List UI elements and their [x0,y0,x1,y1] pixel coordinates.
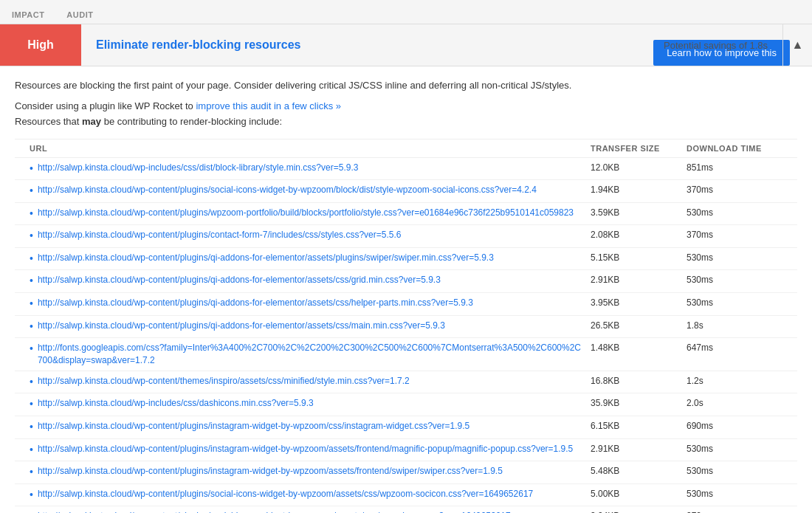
table-row: • http://salwp.kinsta.cloud/wp-content/p… [15,293,797,316]
size-col: 1.94KB [591,184,687,195]
url-col: • http://salwp.kinsta.cloud/wp-content/p… [30,274,591,289]
url-col: • http://salwp.kinsta.cloud/wp-content/p… [30,252,591,266]
table-row: • http://salwp.kinsta.cloud/wp-content/p… [15,203,797,226]
time-col: 1.2s [687,375,797,386]
description-line1: Resources are blocking the first paint o… [15,78,620,93]
url-link[interactable]: http://salwp.kinsta.cloud/wp-content/the… [38,375,410,388]
size-col: 26.5KB [591,320,687,331]
time-col: 2.0s [687,397,797,408]
bullet-icon: • [30,375,33,390]
bullet-icon: • [30,297,33,311]
url-link[interactable]: http://salwp.kinsta.cloud/wp-content/plu… [38,510,511,513]
tab-impact[interactable]: IMPACT [12,6,44,24]
url-link[interactable]: http://salwp.kinsta.cloud/wp-includes/cs… [38,162,359,174]
url-link[interactable]: http://salwp.kinsta.cloud/wp-content/plu… [38,297,473,309]
url-link[interactable]: http://salwp.kinsta.cloud/wp-content/plu… [38,420,469,433]
col-size-header: TRANSFER SIZE [591,144,687,153]
url-col: • http://fonts.googleapis.com/css?family… [30,342,591,367]
url-col: • http://salwp.kinsta.cloud/wp-content/p… [30,297,591,311]
size-col: 35.9KB [591,397,687,408]
table-row: • http://salwp.kinsta.cloud/wp-content/p… [15,225,797,248]
url-link[interactable]: http://salwp.kinsta.cloud/wp-content/plu… [38,252,494,264]
size-col: 12.0KB [591,162,687,173]
time-col: 530ms [687,465,797,476]
time-col: 530ms [687,488,797,499]
size-col: 3.59KB [591,207,687,218]
resources-before: Resources that [15,116,82,127]
table-section: URL TRANSFER SIZE DOWNLOAD TIME • http:/… [15,139,797,514]
content-area: Learn how to improve this Resources are … [0,66,812,513]
size-col: 6.15KB [591,420,687,431]
url-link[interactable]: http://salwp.kinsta.cloud/wp-content/plu… [38,465,503,478]
url-link[interactable]: http://salwp.kinsta.cloud/wp-includes/cs… [38,397,314,410]
header-title: Eliminate render-blocking resources [81,38,649,52]
url-link[interactable]: http://salwp.kinsta.cloud/wp-content/plu… [38,274,441,286]
url-link[interactable]: http://salwp.kinsta.cloud/wp-content/plu… [38,229,402,241]
bullet-icon: • [30,510,33,513]
time-col: 647ms [687,342,797,353]
plugin-prefix: Consider using a plugin like WP Rocket t… [15,100,196,111]
time-col: 530ms [687,297,797,308]
url-col: • http://salwp.kinsta.cloud/wp-content/p… [30,184,591,199]
bullet-icon: • [30,443,33,458]
bullet-icon: • [30,420,33,435]
url-col: • http://salwp.kinsta.cloud/wp-content/p… [30,465,591,480]
bullet-icon: • [30,488,33,503]
size-col: 16.8KB [591,375,687,386]
collapse-button[interactable]: ▲ [782,24,812,66]
table-row: • http://fonts.googleapis.com/css?family… [15,338,797,371]
plugin-note: Consider using a plugin like WP Rocket t… [15,100,797,111]
table-row: • http://salwp.kinsta.cloud/wp-content/p… [15,461,797,484]
impact-badge: High [0,24,81,66]
table-row: • http://salwp.kinsta.cloud/wp-content/p… [15,506,797,513]
description-block: Learn how to improve this Resources are … [15,78,797,100]
size-col: 2.91KB [591,443,687,454]
tab-audit[interactable]: AUDIT [66,6,93,24]
size-col: 2.08KB [591,229,687,240]
table-row: • http://salwp.kinsta.cloud/wp-content/p… [15,248,797,271]
bullet-icon: • [30,342,33,357]
url-link[interactable]: http://salwp.kinsta.cloud/wp-content/plu… [38,443,573,455]
size-col: 1.48KB [591,342,687,353]
url-col: • http://salwp.kinsta.cloud/wp-content/t… [30,375,591,390]
url-col: • http://salwp.kinsta.cloud/wp-content/p… [30,443,591,458]
table-row: • http://salwp.kinsta.cloud/wp-content/p… [15,416,797,439]
bullet-icon: • [30,162,33,176]
col-url-header: URL [30,144,591,153]
resources-note: Resources that may be contributing to re… [15,116,797,127]
time-col: 851ms [687,162,797,173]
time-col: 530ms [687,252,797,263]
url-col: • http://salwp.kinsta.cloud/wp-content/p… [30,510,591,513]
table-row: • http://salwp.kinsta.cloud/wp-content/p… [15,439,797,462]
time-col: 370ms [687,510,797,513]
url-col: • http://salwp.kinsta.cloud/wp-content/p… [30,320,591,334]
url-link[interactable]: http://salwp.kinsta.cloud/wp-content/plu… [38,488,533,500]
table-row: • http://salwp.kinsta.cloud/wp-includes/… [15,393,797,416]
bullet-icon: • [30,397,33,412]
time-col: 1.8s [687,320,797,331]
url-col: • http://salwp.kinsta.cloud/wp-content/p… [30,229,591,244]
url-col: • http://salwp.kinsta.cloud/wp-includes/… [30,162,591,176]
time-col: 690ms [687,420,797,431]
size-col: 5.00KB [591,488,687,499]
url-col: • http://salwp.kinsta.cloud/wp-content/p… [30,420,591,435]
size-col: 2.91KB [591,274,687,285]
url-link[interactable]: http://salwp.kinsta.cloud/wp-content/plu… [38,320,445,332]
url-col: • http://salwp.kinsta.cloud/wp-content/p… [30,488,591,503]
table-header: URL TRANSFER SIZE DOWNLOAD TIME [15,139,797,158]
size-col: 3.04KB [591,510,687,513]
table-row: • http://salwp.kinsta.cloud/wp-content/t… [15,371,797,394]
url-link[interactable]: http://salwp.kinsta.cloud/wp-content/plu… [38,184,537,196]
time-col: 530ms [687,274,797,285]
url-link[interactable]: http://salwp.kinsta.cloud/wp-content/plu… [38,207,574,219]
table-row: • http://salwp.kinsta.cloud/wp-content/p… [15,316,797,339]
url-col: • http://salwp.kinsta.cloud/wp-content/p… [30,207,591,221]
bullet-icon: • [30,229,33,244]
plugin-link[interactable]: improve this audit in a few clicks » [196,100,341,111]
size-col: 3.95KB [591,297,687,308]
bullet-icon: • [30,184,33,199]
table-row: • http://salwp.kinsta.cloud/wp-content/p… [15,484,797,507]
bullet-icon: • [30,252,33,266]
url-link[interactable]: http://fonts.googleapis.com/css?family=I… [38,342,583,367]
table-row: • http://salwp.kinsta.cloud/wp-content/p… [15,180,797,203]
